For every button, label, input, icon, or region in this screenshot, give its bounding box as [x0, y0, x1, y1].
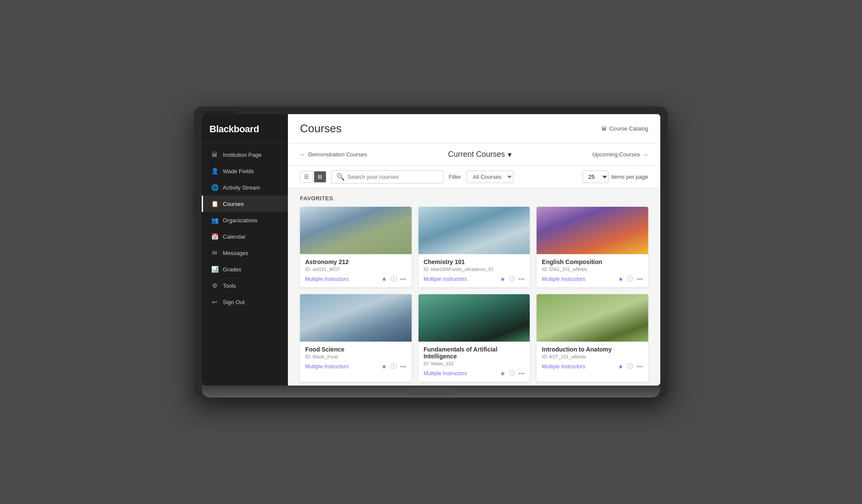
sidebar-item-grades[interactable]: 📊 Grades: [202, 261, 288, 277]
catalog-label: Course Catalog: [609, 125, 648, 132]
search-icon: 🔍: [336, 173, 345, 181]
info-icon[interactable]: ⓘ: [509, 275, 515, 283]
course-card[interactable]: English Composition ID: ENG_101_wfields …: [537, 207, 648, 287]
course-thumbnail: [300, 294, 412, 342]
sidebar-item-courses[interactable]: 📋 Courses: [202, 196, 288, 212]
course-footer: Multiple Instructors ★ ⓘ •••: [542, 275, 643, 283]
sidebar-icon-calendar: 📅: [211, 233, 219, 240]
sidebar: Blackboard 🏛 Institution Page 👤 Wade Fie…: [202, 114, 288, 386]
items-per-page-label: items per page: [611, 174, 648, 180]
courses-grid-0: Astronomy 212 ID: ast101_WCF Multiple In…: [300, 207, 648, 382]
sidebar-label-messages: Messages: [223, 250, 248, 256]
sidebar-label-activity: Activity Stream: [223, 184, 260, 191]
sidebar-icon-institution: 🏛: [211, 151, 219, 159]
sidebar-label-courses: Courses: [223, 201, 244, 207]
course-actions: ★ ⓘ •••: [381, 363, 406, 370]
back-arrow-icon: ←: [300, 151, 306, 158]
main-header: Courses 🏛 Course Catalog: [288, 114, 660, 143]
course-info: Astronomy 212 ID: ast101_WCF Multiple In…: [300, 254, 412, 287]
nav-back-label: Demonstration Courses: [308, 151, 367, 158]
favorite-icon[interactable]: ★: [618, 363, 624, 370]
course-id: ID: bbw19WFields_ultrademo_01: [424, 267, 525, 272]
favorite-icon[interactable]: ★: [618, 276, 624, 283]
course-instructors-link[interactable]: Multiple Instructors: [424, 276, 467, 282]
course-name: English Composition: [542, 258, 643, 265]
grid-view-button[interactable]: ⊞: [314, 171, 326, 183]
course-card[interactable]: Food Science ID: Wade_Food Multiple Inst…: [300, 294, 412, 382]
course-card[interactable]: Chemistry 101 ID: bbw19WFields_ultrademo…: [419, 207, 530, 287]
sidebar-icon-grades: 📊: [211, 265, 219, 273]
sidebar-item-institution[interactable]: 🏛 Institution Page: [202, 146, 288, 163]
favorite-icon[interactable]: ★: [381, 276, 387, 283]
sidebar-item-calendar[interactable]: 📅 Calendar: [202, 228, 288, 245]
course-name: Introduction to Anatomy: [542, 346, 643, 353]
course-instructors-link[interactable]: Multiple Instructors: [542, 276, 585, 282]
course-thumbnail: [419, 207, 530, 254]
course-thumbnail: [419, 294, 530, 342]
sidebar-item-wade[interactable]: 👤 Wade Fields: [202, 163, 288, 179]
info-icon[interactable]: ⓘ: [390, 363, 397, 370]
items-per-page-select[interactable]: 25 50 100: [583, 171, 609, 183]
sidebar-label-organizations: Organizations: [223, 217, 257, 224]
course-footer: Multiple Instructors ★ ⓘ •••: [542, 363, 643, 370]
sidebar-item-signout[interactable]: ↩ Sign Out: [202, 294, 288, 310]
sidebar-item-tools[interactable]: ⚙ Tools: [202, 277, 288, 294]
sidebar-icon-messages: ✉: [211, 249, 219, 257]
nav-back-button[interactable]: ← Demonstration Courses: [300, 151, 367, 158]
course-instructors-link[interactable]: Multiple Instructors: [305, 276, 349, 282]
info-icon[interactable]: ⓘ: [627, 275, 633, 283]
course-actions: ★ ⓘ •••: [618, 275, 643, 283]
more-options-icon[interactable]: •••: [400, 363, 406, 370]
course-card[interactable]: Fundamentals of Artificial Intelligence …: [419, 294, 530, 382]
more-options-icon[interactable]: •••: [518, 276, 525, 283]
sidebar-item-messages[interactable]: ✉ Messages: [202, 245, 288, 261]
more-options-icon[interactable]: •••: [637, 363, 643, 370]
course-info: English Composition ID: ENG_101_wfields …: [537, 254, 648, 287]
course-instructors-link[interactable]: Multiple Instructors: [542, 364, 585, 370]
sidebar-icon-organizations: 👥: [211, 216, 219, 224]
more-options-icon[interactable]: •••: [637, 276, 643, 283]
chevron-down-icon: ▾: [508, 150, 512, 159]
info-icon[interactable]: ⓘ: [509, 370, 515, 377]
info-icon[interactable]: ⓘ: [390, 275, 397, 283]
search-input[interactable]: [347, 174, 439, 180]
course-id: ID: ENG_101_wfields: [542, 267, 643, 272]
favorite-icon[interactable]: ★: [500, 370, 506, 377]
favorite-icon[interactable]: ★: [381, 363, 387, 370]
page-title: Courses: [300, 122, 342, 135]
sidebar-label-wade: Wade Fields: [223, 168, 254, 174]
course-instructors-link[interactable]: Multiple Instructors: [424, 370, 467, 376]
search-box[interactable]: 🔍: [331, 170, 443, 184]
course-footer: Multiple Instructors ★ ⓘ •••: [305, 275, 406, 283]
info-icon[interactable]: ⓘ: [627, 363, 633, 370]
forward-arrow-icon: →: [643, 151, 648, 158]
course-instructors-link[interactable]: Multiple Instructors: [305, 364, 349, 370]
courses-content: Favorites Astronomy 212 ID: ast101_WCF M…: [288, 188, 660, 386]
course-info: Introduction to Anatomy ID: AST_101_wfie…: [537, 342, 648, 375]
course-info: Fundamentals of Artificial Intelligence …: [419, 342, 530, 382]
brand-logo: Blackboard: [202, 114, 288, 143]
course-actions: ★ ⓘ •••: [500, 370, 525, 377]
sidebar-item-organizations[interactable]: 👥 Organizations: [202, 212, 288, 228]
course-id: ID: Wade_102: [424, 361, 525, 366]
favorite-icon[interactable]: ★: [500, 276, 506, 283]
nav-forward-label: Upcoming Courses: [592, 151, 640, 158]
course-catalog-button[interactable]: 🏛 Course Catalog: [601, 125, 648, 132]
more-options-icon[interactable]: •••: [518, 370, 525, 377]
course-name: Food Science: [305, 346, 406, 353]
sidebar-label-signout: Sign Out: [223, 299, 245, 305]
nav-forward-button[interactable]: Upcoming Courses →: [592, 151, 648, 158]
nav-current-dropdown[interactable]: Current Courses ▾: [448, 150, 511, 159]
sidebar-icon-wade: 👤: [211, 167, 219, 175]
course-name: Chemistry 101: [424, 258, 525, 265]
filter-select[interactable]: All Courses: [466, 171, 513, 183]
sidebar-item-activity[interactable]: 🌐 Activity Stream: [202, 179, 288, 196]
course-card[interactable]: Astronomy 212 ID: ast101_WCF Multiple In…: [300, 207, 412, 287]
sidebar-icon-courses: 📋: [211, 200, 219, 208]
sidebar-icon-tools: ⚙: [211, 282, 219, 289]
course-card[interactable]: Introduction to Anatomy ID: AST_101_wfie…: [537, 294, 648, 382]
sidebar-label-tools: Tools: [223, 283, 236, 289]
trackpad: [409, 388, 453, 395]
list-view-button[interactable]: ☰: [300, 171, 313, 183]
more-options-icon[interactable]: •••: [400, 276, 406, 283]
